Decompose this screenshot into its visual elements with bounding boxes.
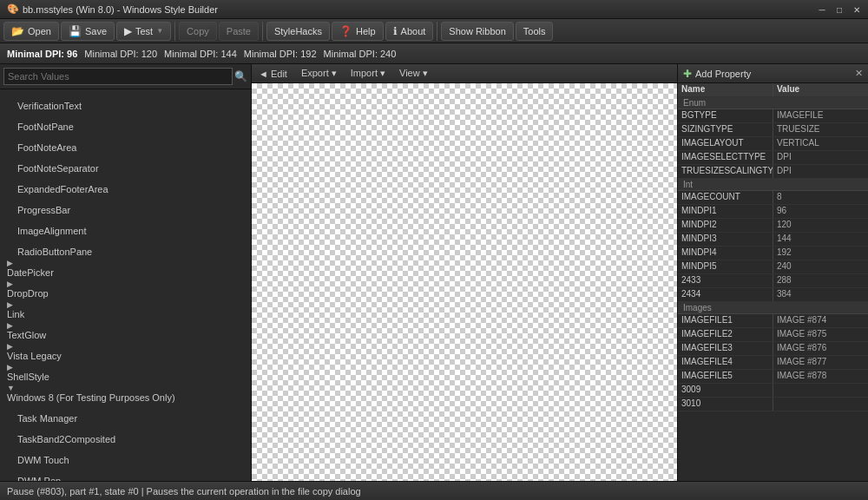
prop-name-header: Name bbox=[678, 83, 773, 96]
stylehacks-button[interactable]: StyleHacks bbox=[266, 22, 330, 41]
search-icon: 🔍 bbox=[234, 70, 247, 82]
prop-row[interactable]: IMAGECOUNT8 bbox=[678, 191, 868, 205]
tree-item[interactable]: Vista Legacy bbox=[0, 341, 251, 362]
tree-item[interactable]: ShellStyle bbox=[0, 362, 251, 383]
export-button[interactable]: Export ▾ bbox=[298, 67, 340, 80]
open-button[interactable]: 📂 Open bbox=[3, 22, 59, 41]
prop-value: 192 bbox=[773, 247, 868, 260]
prop-row[interactable]: IMAGEFILE2IMAGE #875 bbox=[678, 328, 868, 342]
dpi-toolbar: Minimal DPI: 96 Minimal DPI: 120 Minimal… bbox=[0, 43, 868, 64]
prop-value: IMAGE #876 bbox=[773, 342, 868, 355]
prop-name: IMAGELAYOUT bbox=[678, 137, 773, 150]
tree-item[interactable]: TaskBand2Composited bbox=[0, 424, 251, 445]
center-panel: ◄ Edit Export ▾ Import ▾ View ▾ ⏸ ⏸ ⏸ ▶ … bbox=[252, 64, 677, 481]
prop-row[interactable]: IMAGESELECTTYPEDPI bbox=[678, 151, 868, 165]
prop-name: MINDPI3 bbox=[678, 233, 773, 246]
prop-row[interactable]: IMAGEFILE4IMAGE #877 bbox=[678, 356, 868, 370]
prop-name: 2434 bbox=[678, 288, 773, 301]
test-icon: ▶ bbox=[124, 25, 132, 37]
prop-value bbox=[773, 398, 868, 411]
tree-item[interactable]: DWM Pen bbox=[0, 466, 251, 481]
tree-item[interactable]: VerificationText bbox=[0, 91, 251, 112]
test-dropdown-icon: ▼ bbox=[156, 27, 163, 35]
prop-value: 96 bbox=[773, 205, 868, 218]
prop-value: IMAGE #875 bbox=[773, 328, 868, 341]
show-ribbon-button[interactable]: Show Ribbon bbox=[441, 22, 513, 41]
prop-name: IMAGECOUNT bbox=[678, 191, 773, 204]
tree-item[interactable]: DropDrop bbox=[0, 279, 251, 299]
properties-panel: ✚ Add Property ✕ Name Value EnumBGTYPEIM… bbox=[677, 64, 868, 481]
edit-button[interactable]: ◄ Edit bbox=[255, 68, 291, 80]
save-button[interactable]: 💾 Save bbox=[61, 22, 115, 41]
prop-col-header: Name Value bbox=[678, 83, 868, 97]
tree-item[interactable]: ProgressBar bbox=[0, 195, 251, 216]
tree-item[interactable]: Windows 8 (For Testing Purposes Only) bbox=[0, 383, 251, 404]
tree-item[interactable]: RadioButtonPane bbox=[0, 237, 251, 258]
prop-row[interactable]: SIZINGTYPETRUESIZE bbox=[678, 123, 868, 137]
copy-button[interactable]: Copy bbox=[179, 22, 217, 41]
open-icon: 📂 bbox=[11, 25, 24, 37]
sidebar: 🔍 VerificationTextFootNotPaneFootNoteAre… bbox=[0, 64, 252, 481]
tree-item[interactable]: FootNoteArea bbox=[0, 133, 251, 154]
test-button[interactable]: ▶ Test ▼ bbox=[116, 22, 171, 41]
dpi-192[interactable]: Minimal DPI: 192 bbox=[244, 49, 317, 59]
search-input[interactable] bbox=[3, 68, 233, 85]
app-icon: 🎨 bbox=[7, 3, 19, 16]
prop-row[interactable]: IMAGEFILE1IMAGE #874 bbox=[678, 314, 868, 328]
tree-item[interactable]: ExpandedFooterArea bbox=[0, 174, 251, 195]
prop-row[interactable]: MINDPI3144 bbox=[678, 233, 868, 247]
prop-row[interactable]: IMAGEFILE5IMAGE #878 bbox=[678, 370, 868, 384]
tools-button[interactable]: Tools bbox=[516, 22, 554, 41]
close-button[interactable]: ✕ bbox=[849, 2, 865, 17]
about-button[interactable]: ℹ About bbox=[385, 22, 434, 41]
prop-row[interactable]: IMAGEFILE3IMAGE #876 bbox=[678, 342, 868, 356]
prop-row[interactable]: MINDPI4192 bbox=[678, 247, 868, 260]
help-button[interactable]: ❓ Help bbox=[332, 22, 384, 41]
close-property-icon[interactable]: ✕ bbox=[855, 68, 863, 79]
add-property-icon: ✚ bbox=[683, 68, 692, 80]
prop-row[interactable]: BGTYPEIMAGEFILE bbox=[678, 109, 868, 123]
tree-item[interactable]: TextGlow bbox=[0, 320, 251, 341]
tree-item[interactable]: FootNotPane bbox=[0, 112, 251, 133]
tree-item[interactable]: FootNoteSeparator bbox=[0, 154, 251, 174]
minimize-button[interactable]: ─ bbox=[814, 2, 830, 17]
dpi-240[interactable]: Minimal DPI: 240 bbox=[324, 49, 397, 59]
tree-item[interactable]: DWM Touch bbox=[0, 445, 251, 466]
prop-row[interactable]: MINDPI196 bbox=[678, 205, 868, 219]
prop-row[interactable]: IMAGELAYOUTVERTICAL bbox=[678, 137, 868, 151]
view-button[interactable]: View ▾ bbox=[396, 67, 431, 80]
prop-row[interactable]: MINDPI2120 bbox=[678, 219, 868, 233]
paste-button[interactable]: Paste bbox=[219, 22, 259, 41]
tree-item[interactable]: DatePicker bbox=[0, 258, 251, 279]
prop-row[interactable]: 3009 bbox=[678, 384, 868, 398]
dpi-144[interactable]: Minimal DPI: 144 bbox=[164, 49, 237, 59]
title-bar: 🎨 bb.msstyles (Win 8.0) - Windows Style … bbox=[0, 0, 868, 19]
import-button[interactable]: Import ▾ bbox=[347, 67, 389, 80]
prop-row[interactable]: 3010 bbox=[678, 398, 868, 411]
prop-name: IMAGEFILE2 bbox=[678, 328, 773, 341]
prop-value: IMAGE #874 bbox=[773, 314, 868, 327]
menu-bar: 📂 Open 💾 Save ▶ Test ▼ Copy Paste StyleH… bbox=[0, 19, 868, 43]
prop-value: DPI bbox=[773, 151, 868, 164]
prop-name: IMAGEFILE5 bbox=[678, 370, 773, 383]
prop-name: MINDPI5 bbox=[678, 260, 773, 273]
prop-row[interactable]: 2434384 bbox=[678, 288, 868, 302]
prop-value: VERTICAL bbox=[773, 137, 868, 150]
property-table: Name Value EnumBGTYPEIMAGEFILESIZINGTYPE… bbox=[678, 83, 868, 481]
prop-value: 384 bbox=[773, 288, 868, 301]
prop-row[interactable]: TRUESIZESCALINGTYPEDPI bbox=[678, 165, 868, 179]
tree-item[interactable]: Link bbox=[0, 299, 251, 320]
tree-item[interactable]: ImageAlignment bbox=[0, 216, 251, 237]
tree-item[interactable]: Task Manager bbox=[0, 404, 251, 424]
prop-name: IMAGEFILE4 bbox=[678, 356, 773, 369]
prop-name: 3010 bbox=[678, 398, 773, 411]
dpi-96[interactable]: Minimal DPI: 96 bbox=[7, 49, 77, 59]
prop-row[interactable]: 2433288 bbox=[678, 274, 868, 288]
status-text: Pause (#803), part #1, state #0 | Pauses… bbox=[7, 486, 361, 497]
prop-row[interactable]: MINDPI5240 bbox=[678, 260, 868, 274]
prop-name: 2433 bbox=[678, 274, 773, 287]
prop-name: MINDPI1 bbox=[678, 205, 773, 218]
maximize-button[interactable]: □ bbox=[832, 2, 847, 17]
dpi-120[interactable]: Minimal DPI: 120 bbox=[84, 49, 157, 59]
separator-3 bbox=[437, 22, 437, 41]
